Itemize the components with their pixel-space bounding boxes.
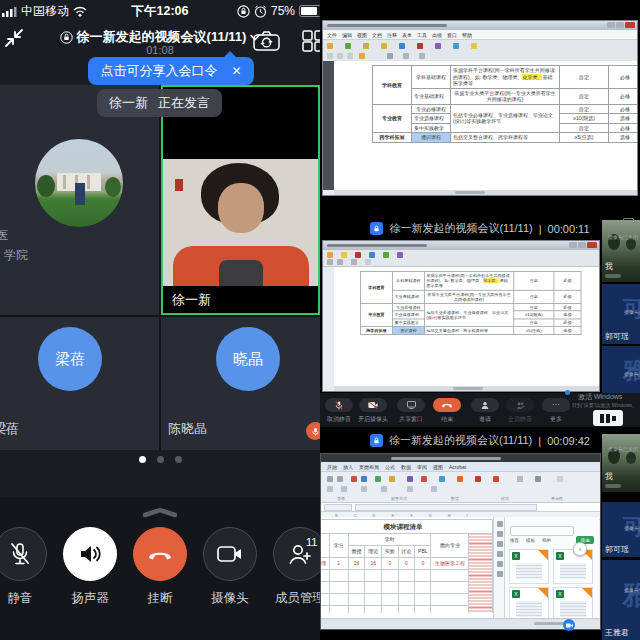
menu-item[interactable]: 视图 <box>357 32 367 38</box>
table-cell: ≥5(任选) <box>514 326 554 334</box>
camera-button[interactable]: 摄像头 <box>195 527 265 607</box>
close-icon[interactable]: ✕ <box>231 64 241 78</box>
screenshot-collage: 中国移动 下午12:06 75% 徐一新发起的视频会议(11/11) 01:08 <box>0 0 640 640</box>
ribbon-tab[interactable]: Acrobat <box>449 464 466 470</box>
mic-muted-badge <box>306 422 320 440</box>
participant-name: 我 <box>605 261 613 272</box>
separator: | <box>538 435 541 447</box>
maximize-button[interactable] <box>616 22 624 28</box>
menu-item[interactable]: 文件 <box>327 32 337 38</box>
invite-button[interactable] <box>471 398 499 412</box>
participant-tile-speaker[interactable]: 徐一新 <box>161 85 320 315</box>
lock-icon <box>60 31 73 44</box>
menu-item[interactable]: 文档 <box>372 32 382 38</box>
ribbon-tab[interactable]: 数据 <box>401 464 411 470</box>
spreadsheet: 模块课程清单 学分 学时 面向专业 面授 理论 实验 讨论 PBL <box>321 517 493 619</box>
ribbon: 字体对齐方式数字样式单元格 <box>321 472 600 503</box>
tool-icon[interactable] <box>497 531 503 537</box>
side-tile[interactable]: 雅君 摄像头已关闭 王雅君 <box>602 560 640 640</box>
maximize-button[interactable] <box>578 242 586 248</box>
side-tile-self[interactable]: 摄像头已关闭 我 <box>602 220 640 282</box>
speaker-button[interactable]: 扬声器 <box>55 527 125 607</box>
window-title-bar <box>323 241 599 250</box>
header-cell: PBL <box>415 546 431 558</box>
mute-button[interactable]: 静音 <box>0 527 55 607</box>
participant-tile[interactable]: 晓晶 陈晓晶 <box>161 317 320 450</box>
table-cell: 依据专业大类平台课程(同一专业大类所有学生共同修读的课程) <box>451 88 560 104</box>
menu-item[interactable]: 工具 <box>417 32 427 38</box>
template-thumbnail[interactable]: X <box>509 587 549 622</box>
participant-name: 陈晓晶 <box>168 420 207 438</box>
more-button[interactable]: ··· <box>542 398 570 412</box>
status-bar: 中国移动 下午12:06 75% <box>0 0 320 22</box>
side-tile-self[interactable]: 摄像头已关闭 我 <box>602 434 640 492</box>
pane-expand-button[interactable]: › <box>573 542 587 556</box>
table-cell: 必修 <box>554 319 581 327</box>
keyboard-indicator-icon[interactable] <box>593 410 623 426</box>
close-button[interactable] <box>587 242 597 248</box>
flip-camera-icon[interactable] <box>253 31 280 51</box>
meeting-app-taskbar-icon[interactable] <box>563 619 575 631</box>
ribbon-tab[interactable]: 开始 <box>327 464 337 470</box>
table-cell: 依据学科平台课程(同一学科所有学生共同修读的课程)。如: 数学类、物理类、化学类… <box>451 66 560 89</box>
mute-all-button[interactable] <box>506 398 534 412</box>
meeting-nav-bar: 徐一新发起的视频会议(11/11) 01:08 <box>0 22 320 60</box>
drag-handle[interactable] <box>142 507 178 518</box>
tool-icon[interactable] <box>497 541 503 547</box>
share-window-button[interactable] <box>397 398 425 412</box>
hangup-button[interactable]: 挂断 <box>125 527 195 607</box>
side-tile[interactable]: 可瑶 摄像头已关闭 郭可瑶 <box>602 284 640 344</box>
minimize-button[interactable] <box>607 22 615 28</box>
tool-icon[interactable] <box>497 551 503 557</box>
unmute-button[interactable] <box>325 398 353 412</box>
grid-layout-icon[interactable] <box>302 30 320 52</box>
tool-icon[interactable] <box>497 571 503 577</box>
avatar: 晓晶 <box>216 327 280 391</box>
control-label: 更多 <box>534 415 578 424</box>
search-input[interactable] <box>510 526 574 536</box>
camera-off-label: 摄像头已关闭 <box>624 525 640 531</box>
participant-name: 郭可瑶 <box>605 544 629 555</box>
meeting-title: 徐一新发起的视频会议(11/11) <box>389 433 532 448</box>
participant-tile[interactable]: 梁蓓 梁蓓 <box>0 317 159 450</box>
formula-bar[interactable] <box>321 503 600 512</box>
ribbon-tab[interactable]: 视图 <box>433 464 443 470</box>
participant-tile-college[interactable]: 医 学院 <box>0 85 159 315</box>
ribbon-tab[interactable]: 页面布局 <box>359 464 379 470</box>
window-title-bar <box>321 454 600 462</box>
share-code-tooltip[interactable]: 点击可分享入会口令 ✕ <box>88 57 254 85</box>
meeting-lock-icon <box>370 434 383 447</box>
tooltip-text: 点击可分享入会口令 <box>100 62 217 80</box>
table-cell: 集中实践教学 <box>392 319 424 327</box>
table-cell: 专业教育 <box>373 104 412 133</box>
template-thumbnail[interactable]: X <box>509 549 549 584</box>
tool-icon[interactable] <box>497 521 503 527</box>
ribbon-tab[interactable]: 插入 <box>343 464 353 470</box>
members-badge: 11 <box>306 536 317 548</box>
menu-item[interactable]: 编辑 <box>342 32 352 38</box>
minimize-button[interactable] <box>569 242 577 248</box>
ribbon-tab[interactable]: 公式 <box>385 464 395 470</box>
table-cell: 专业基础课程 <box>392 290 424 303</box>
speaking-toast: 徐一新 正在发言 <box>97 89 222 117</box>
horizontal-scrollbar[interactable] <box>334 386 599 391</box>
tool-icon[interactable] <box>497 561 503 567</box>
template-thumbnail[interactable]: X <box>553 587 593 622</box>
menu-item[interactable]: 窗口 <box>447 32 457 38</box>
horizontal-scrollbar[interactable] <box>334 190 637 195</box>
menu-item[interactable]: 注释 <box>387 32 397 38</box>
menu-item[interactable]: 表单 <box>402 32 412 38</box>
end-meeting-button[interactable] <box>433 398 461 412</box>
mic-slash-icon <box>9 542 31 566</box>
close-button[interactable] <box>625 22 635 28</box>
ribbon-tab[interactable]: 审阅 <box>417 464 427 470</box>
side-tile[interactable]: 可瑶 摄像头已关闭 郭可瑶 <box>602 502 640 557</box>
table-cell: 必修 <box>609 88 639 104</box>
camera-on-button[interactable] <box>359 398 387 412</box>
menu-item[interactable]: 帮助 <box>462 32 472 38</box>
menu-item[interactable]: 高级 <box>432 32 442 38</box>
template-thumbnail[interactable]: X <box>553 549 593 584</box>
participant-subtitle <box>605 274 621 278</box>
pane-tabs[interactable]: 推荐模板我的 <box>510 538 551 543</box>
table-cell: 跨学科拓展 <box>373 133 412 143</box>
